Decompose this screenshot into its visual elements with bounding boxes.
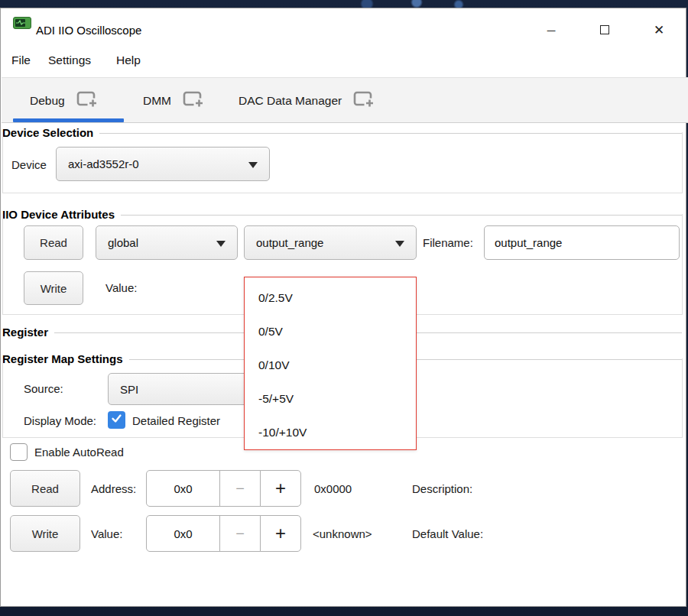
section-device-selection: Device Selection — [2, 125, 682, 139]
address-spinbox: − + — [146, 470, 301, 507]
attr-group-combobox[interactable]: global — [96, 225, 238, 260]
register-value-label: Value: — [91, 527, 122, 540]
app-icon — [13, 17, 31, 32]
maximize-button[interactable] — [592, 19, 618, 41]
dropdown-option[interactable]: 0/10V — [245, 349, 416, 382]
add-plot-icon[interactable] — [183, 90, 205, 112]
minus-button[interactable]: − — [219, 515, 261, 552]
register-read-button-label: Read — [31, 482, 59, 495]
section-title: Register Map Settings — [2, 352, 123, 365]
app-window: ADI IIO Oscilloscope ─ ✕ File Settings H… — [0, 8, 686, 607]
attr-name-combobox-value: output_range — [256, 236, 323, 249]
register-write-button-label: Write — [32, 527, 59, 540]
dropdown-option[interactable]: 0/5V — [245, 315, 416, 349]
attr-write-button-label: Write — [41, 282, 67, 295]
active-tab-indicator — [13, 118, 124, 122]
address-spinbox-input[interactable] — [146, 470, 220, 507]
register-read-button[interactable]: Read — [10, 470, 80, 507]
section-rule — [121, 215, 682, 216]
attr-read-button-label: Read — [40, 236, 67, 249]
tab-debug[interactable]: Debug — [30, 85, 99, 117]
attr-write-button[interactable]: Write — [24, 271, 83, 305]
plus-button[interactable]: + — [260, 515, 301, 552]
tab-dmm[interactable]: DMM — [143, 85, 205, 117]
window-title: ADI IIO Oscilloscope — [36, 24, 141, 37]
detailed-register-label: Detailed Register — [132, 414, 220, 427]
description-label: Description: — [412, 482, 472, 495]
chevron-down-icon — [395, 241, 404, 247]
menu-settings[interactable]: Settings — [48, 53, 91, 67]
check-icon — [110, 412, 123, 428]
section-title: Device Selection — [2, 126, 93, 139]
address-readout: 0x0000 — [314, 482, 352, 495]
tab-dac-label: DAC Data Manager — [239, 94, 342, 108]
menu-file[interactable]: File — [11, 53, 31, 67]
desktop-background: ADI IIO Oscilloscope ─ ✕ File Settings H… — [0, 0, 688, 616]
device-combobox-value: axi-ad3552r-0 — [68, 157, 139, 170]
menu-help[interactable]: Help — [116, 53, 141, 67]
close-icon: ✕ — [654, 22, 664, 38]
address-label: Address: — [91, 482, 136, 495]
filename-label: Filename: — [423, 236, 473, 249]
default-value-label: Default Value: — [412, 527, 483, 540]
device-label: Device — [11, 158, 47, 171]
attr-name-combobox[interactable]: output_range — [244, 225, 417, 260]
source-combobox-value: SPI — [120, 383, 138, 396]
plus-button[interactable]: + — [260, 470, 301, 507]
output-range-dropdown-popup: 0/2.5V 0/5V 0/10V -5/+5V -10/+10V — [244, 277, 417, 450]
attr-read-button[interactable]: Read — [24, 225, 83, 260]
maximize-icon — [600, 25, 609, 34]
dropdown-option[interactable]: 0/2.5V — [245, 281, 416, 315]
minus-button[interactable]: − — [219, 470, 261, 507]
chevron-down-icon — [248, 162, 258, 168]
display-mode-label: Display Mode: — [24, 414, 96, 427]
chevron-down-icon — [216, 241, 226, 247]
value-readout: <unknown> — [313, 527, 372, 540]
close-button[interactable]: ✕ — [646, 19, 672, 41]
add-plot-icon[interactable] — [353, 90, 375, 112]
attr-group-combobox-value: global — [108, 236, 138, 249]
value-spinbox: − + — [146, 515, 301, 552]
detailed-register-checkbox[interactable] — [108, 411, 125, 429]
section-title: Register — [2, 326, 48, 339]
attr-value-label: Value: — [105, 281, 137, 294]
section-title: IIO Device Attributes — [2, 208, 115, 221]
device-combobox[interactable]: axi-ad3552r-0 — [56, 147, 270, 181]
minimize-icon: ─ — [547, 24, 556, 37]
enable-autoread-checkbox[interactable] — [10, 443, 28, 461]
tab-dac-data-manager[interactable]: DAC Data Manager — [239, 85, 375, 117]
value-spinbox-input[interactable] — [146, 515, 220, 552]
section-iio-attributes: IIO Device Attributes — [2, 207, 682, 221]
enable-autoread-label: Enable AutoRead — [34, 446, 124, 459]
source-label: Source: — [24, 382, 63, 395]
add-plot-icon[interactable] — [76, 90, 99, 112]
dropdown-option[interactable]: -5/+5V — [245, 382, 416, 416]
section-rule — [99, 133, 682, 134]
tab-dmm-label: DMM — [143, 94, 171, 108]
minimize-button[interactable]: ─ — [538, 19, 564, 41]
register-write-button[interactable]: Write — [10, 515, 80, 552]
filename-input[interactable] — [484, 225, 680, 260]
tab-debug-label: Debug — [30, 94, 65, 108]
dropdown-option[interactable]: -10/+10V — [245, 416, 416, 449]
